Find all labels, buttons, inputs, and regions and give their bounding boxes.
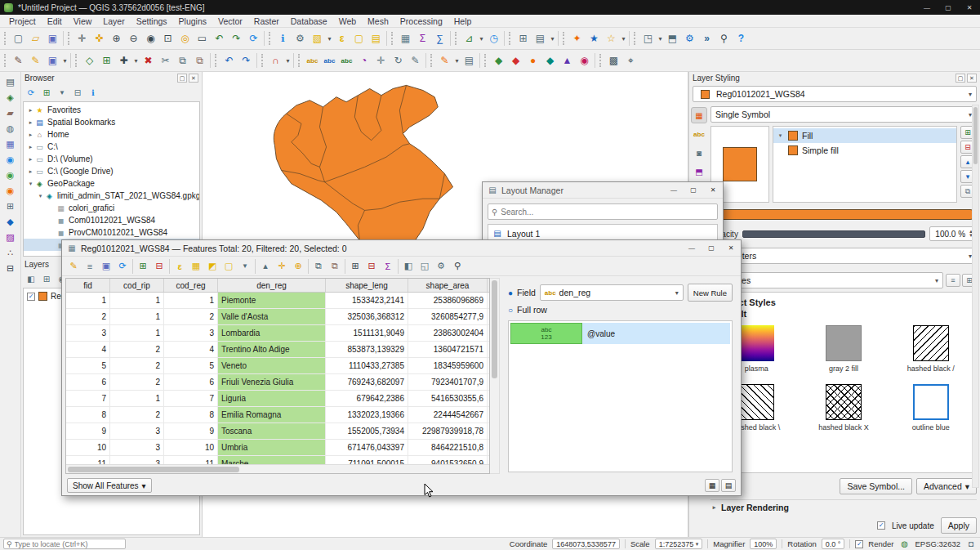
cell-cod-rip[interactable]: 1 bbox=[110, 309, 164, 324]
cell-den-reg[interactable]: Lombardia bbox=[218, 325, 326, 341]
toolbar-grip[interactable] bbox=[68, 32, 71, 45]
osm-search-icon[interactable]: ⚲ bbox=[715, 30, 733, 47]
symbology-tab-icon[interactable]: ▦ bbox=[691, 107, 707, 123]
temporal-controller-icon[interactable]: ◷ bbox=[485, 30, 502, 47]
expand-arrow-icon[interactable]: ▸ bbox=[710, 504, 718, 511]
filter-form-icon[interactable]: ▼ bbox=[237, 258, 253, 275]
menu-view[interactable]: View bbox=[68, 16, 98, 27]
toolbar-grip[interactable] bbox=[455, 32, 458, 45]
float-panel-icon[interactable]: ▢ bbox=[956, 74, 965, 83]
dropdown-arrow-icon[interactable]: ▾ bbox=[453, 52, 461, 69]
new-spatialite-icon[interactable]: ◍ bbox=[2, 121, 19, 136]
zoom-native-icon[interactable]: ◉ bbox=[142, 30, 159, 47]
cell-cod-reg[interactable]: 5 bbox=[164, 358, 218, 373]
cell-cod-rip[interactable]: 3 bbox=[110, 440, 164, 455]
table-row[interactable]: 3 1 3 Lombardia 1511131,9049 23863002404 bbox=[66, 325, 489, 342]
style-list-view-icon[interactable]: ≡ bbox=[946, 274, 960, 287]
run-feature-action-icon[interactable]: ⚙ bbox=[292, 30, 309, 47]
rule-name[interactable]: @value bbox=[582, 323, 730, 344]
menu-project[interactable]: Project bbox=[3, 16, 42, 27]
browser-item-google-drive[interactable]: ▸ ▭ C:\ (Google Drive) bbox=[24, 165, 199, 177]
paste-icon[interactable]: ⧉ bbox=[327, 258, 343, 275]
new-rule-button[interactable]: New Rule bbox=[688, 284, 733, 302]
pan-to-selection-icon[interactable]: ✛ bbox=[274, 258, 290, 275]
form-annotation-icon[interactable]: ▤ bbox=[461, 52, 478, 69]
select-by-expression-icon[interactable]: ε bbox=[333, 30, 350, 47]
dropdown-arrow-icon[interactable]: ▾ bbox=[620, 30, 627, 47]
cell-cod-rip[interactable]: 2 bbox=[110, 407, 164, 423]
save-symbol-button[interactable]: Save Symbol... bbox=[840, 478, 912, 494]
column-header[interactable]: cod_reg bbox=[164, 279, 218, 292]
cell-fid[interactable]: 9 bbox=[66, 423, 110, 439]
style-gray-2-fill[interactable]: gray 2 fill bbox=[804, 325, 884, 373]
table-row[interactable]: 1 1 1 Piemonte 1533423,2141 25386096869 bbox=[66, 293, 489, 309]
cut-features-icon[interactable]: ✂ bbox=[157, 52, 174, 69]
show-bookmarks-icon[interactable]: ★ bbox=[586, 30, 603, 47]
full-row-radio[interactable]: ○ bbox=[508, 306, 513, 315]
cell-cod-reg[interactable]: 11 bbox=[164, 456, 218, 464]
styling-scrollbar[interactable] bbox=[972, 105, 979, 488]
cell-cod-reg[interactable]: 2 bbox=[164, 309, 218, 324]
wcs-layer-icon[interactable]: ◉ bbox=[2, 168, 19, 183]
multiedit-icon[interactable]: ≡ bbox=[82, 258, 98, 275]
table-row[interactable]: 4 2 4 Trentino Alto Adige 853873,139329 … bbox=[66, 342, 489, 358]
expand-arrow-icon[interactable]: ▸ bbox=[27, 132, 34, 138]
cell-den-reg[interactable]: Toscana bbox=[218, 423, 326, 439]
toolbar-grip[interactable] bbox=[261, 54, 265, 67]
cell-cod-rip[interactable]: 2 bbox=[110, 358, 164, 373]
toolbar-grip[interactable] bbox=[215, 54, 218, 67]
column-header[interactable]: fid bbox=[66, 279, 110, 292]
dropdown-arrow-icon[interactable]: ▾ bbox=[326, 30, 333, 47]
cell-cod-reg[interactable]: 4 bbox=[164, 342, 218, 357]
cell-shape-leng[interactable]: 853873,139329 bbox=[326, 342, 408, 357]
add-feature-icon[interactable]: ⊞ bbox=[135, 258, 151, 275]
dropdown-arrow-icon[interactable]: ▾ bbox=[657, 30, 664, 47]
rule-item[interactable]: abc 123 @value bbox=[510, 323, 730, 344]
layer-labeling-icon[interactable]: abc bbox=[304, 52, 321, 69]
scale-combo[interactable]: 1:7252375 ▾ bbox=[655, 539, 703, 549]
collapse-all-icon[interactable]: ⊟ bbox=[70, 85, 85, 100]
plugin-teal-icon[interactable]: ◆ bbox=[541, 52, 559, 69]
new-geopackage-icon[interactable]: ◈ bbox=[2, 90, 19, 105]
refresh-map-icon[interactable]: ⟳ bbox=[245, 30, 262, 47]
save-project-icon[interactable]: ▣ bbox=[44, 30, 61, 47]
menu-vector[interactable]: Vector bbox=[212, 16, 248, 27]
properties-icon[interactable]: ℹ bbox=[86, 85, 100, 100]
statistical-summary-icon[interactable]: ∑ bbox=[431, 30, 448, 47]
cell-fid[interactable]: 1 bbox=[66, 293, 110, 308]
cell-cod-reg[interactable]: 1 bbox=[164, 293, 218, 308]
advanced-button[interactable]: Advanced ▾ bbox=[916, 478, 977, 494]
minimize-button[interactable]: — bbox=[682, 241, 702, 256]
browser-item-com[interactable]: ◼ Com01012021_WGS84 bbox=[24, 214, 199, 226]
menu-settings[interactable]: Settings bbox=[131, 16, 173, 27]
copy-icon[interactable]: ⧉ bbox=[310, 258, 327, 275]
label-rule-icon[interactable]: abc bbox=[338, 52, 355, 69]
expand-arrow-icon[interactable]: ▸ bbox=[27, 119, 34, 126]
open-attribute-table-icon[interactable]: ▦ bbox=[397, 30, 414, 47]
delete-selected-icon[interactable]: ✖ bbox=[140, 52, 157, 69]
point-cloud-layer-icon[interactable]: ∴ bbox=[2, 245, 19, 261]
zoom-next-icon[interactable]: ↷ bbox=[228, 30, 245, 47]
browser-item-geopackage[interactable]: ▾ ◈ GeoPackage bbox=[24, 177, 199, 190]
new-layout-icon[interactable]: ⊞ bbox=[514, 30, 532, 47]
zoom-to-layer-icon[interactable]: ▭ bbox=[194, 30, 211, 47]
cell-den-reg[interactable]: Umbria bbox=[218, 440, 326, 455]
data-source-manager-icon[interactable]: ▤ bbox=[2, 74, 19, 90]
add-record-icon[interactable]: ⊞ bbox=[98, 52, 115, 69]
browser-item-colori-grafici[interactable]: ▦ colori_grafici bbox=[24, 202, 199, 214]
table-row[interactable]: 5 2 5 Veneto 1110433,27385 18345959600 bbox=[66, 358, 489, 374]
dropdown-arrow-icon[interactable]: ▾ bbox=[478, 30, 485, 47]
new-3d-map-icon[interactable]: ⬒ bbox=[664, 30, 681, 47]
field-radio[interactable]: ● bbox=[508, 288, 513, 297]
vertex-tool-icon[interactable]: ✚ bbox=[115, 52, 132, 69]
float-panel-icon[interactable]: ▢ bbox=[177, 74, 187, 83]
cell-den-reg[interactable]: Emilia Romagna bbox=[218, 407, 326, 423]
zoom-to-selection-icon[interactable]: ◎ bbox=[176, 30, 194, 47]
cell-fid[interactable]: 3 bbox=[66, 325, 110, 341]
coordinate-value[interactable]: 1648073,5338577 bbox=[552, 539, 620, 549]
toggle-editing-icon[interactable]: ✎ bbox=[65, 258, 82, 275]
label-single-icon[interactable]: abc bbox=[321, 52, 338, 69]
plugin-orange-icon[interactable]: ● bbox=[524, 52, 541, 69]
cell-shape-area[interactable]: 18345959600 bbox=[408, 358, 488, 373]
layout-manager-icon[interactable]: ▤ bbox=[532, 30, 549, 47]
